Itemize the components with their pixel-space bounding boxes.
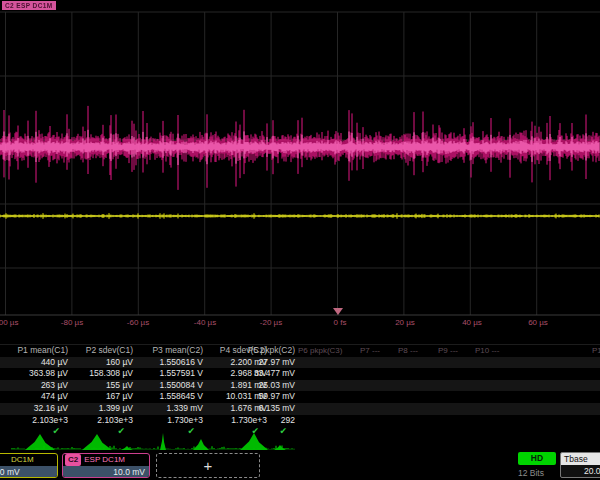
- stat-max: 59.97 mV: [175, 391, 295, 403]
- stat-mean: 33.477 mV: [175, 368, 295, 380]
- histicon-peak[interactable]: [121, 446, 133, 450]
- channel-descriptor-c2[interactable]: C2ESP DC1M 10.0 mV: [62, 453, 150, 478]
- time-label: -20 µs: [260, 318, 282, 327]
- histicon-peak[interactable]: [25, 434, 55, 450]
- c2-vdiv-value: 10.0 mV: [63, 466, 149, 478]
- time-label: -40 µs: [194, 318, 216, 327]
- param-header-p8[interactable]: P8 ---: [398, 345, 418, 357]
- param-header-p10[interactable]: P10 ---: [475, 345, 499, 357]
- tbase-value: 20.0 µs: [561, 465, 600, 477]
- param-header-p11[interactable]: P11: [592, 345, 600, 357]
- param-column-p5: P5 pkpk(C2) 27.97 mV 33.477 mV 25.03 mV …: [175, 345, 295, 438]
- time-label: 60 µs: [528, 318, 548, 327]
- time-label: -100 µs: [0, 318, 18, 327]
- time-label-trigger: 0 fs: [334, 318, 347, 327]
- tbase-title: Tbase: [561, 453, 600, 465]
- hd-bits-label: 12 Bits: [518, 468, 544, 478]
- channel-descriptor-c1[interactable]: DC1M 10.0 mV: [0, 453, 58, 478]
- time-axis: -100 µs -80 µs -60 µs -40 µs -20 µs 0 fs…: [0, 317, 600, 331]
- time-label: -60 µs: [127, 318, 149, 327]
- time-label: 40 µs: [462, 318, 482, 327]
- histicon-peak[interactable]: [82, 434, 112, 450]
- oscilloscope-screen: C2 ESP DC1M -100 µs -80 µs -60 µs -40 µs…: [0, 0, 600, 480]
- waveform-grid[interactable]: [0, 0, 600, 316]
- histicon-peak[interactable]: [160, 433, 166, 450]
- param-header-p7[interactable]: P7 ---: [360, 345, 380, 357]
- add-trace-button[interactable]: +: [156, 453, 260, 478]
- c1-coupling-label: DC1M: [0, 454, 57, 466]
- plus-icon: +: [204, 457, 213, 474]
- param-header-p5[interactable]: P5 pkpk(C2): [175, 345, 295, 357]
- time-label: 20 µs: [395, 318, 415, 327]
- param-header-p6[interactable]: P6 pkpk(C3): [298, 345, 342, 357]
- histicon-strip[interactable]: [0, 431, 600, 451]
- trigger-position-icon[interactable]: [333, 308, 343, 315]
- c2-channel-chip: C2: [65, 454, 81, 466]
- trace-info-badge[interactable]: C2 ESP DC1M: [2, 1, 56, 10]
- time-label: -80 µs: [61, 318, 83, 327]
- stat-value: 27.97 mV: [175, 357, 295, 369]
- histicon-svg: [0, 431, 600, 451]
- c1-vdiv-value: 10.0 mV: [0, 466, 57, 478]
- stat-num: 292: [175, 415, 295, 427]
- stat-min: 25.03 mV: [175, 380, 295, 392]
- stat-sdev: 6.135 mV: [175, 403, 295, 415]
- c2-coupling-label: ESP DC1M: [81, 455, 125, 464]
- grid-svg: [0, 0, 600, 316]
- histicon-peak[interactable]: [193, 439, 209, 450]
- hd-mode-badge[interactable]: HD: [518, 452, 556, 465]
- timebase-descriptor[interactable]: Tbase 20.0 µs: [560, 452, 600, 478]
- measurement-table: P1 mean(C1) 440 µV 363.98 µV 263 µV 474 …: [0, 344, 600, 439]
- histicon-peak[interactable]: [240, 433, 268, 450]
- param-header-p9[interactable]: P9 ---: [438, 345, 458, 357]
